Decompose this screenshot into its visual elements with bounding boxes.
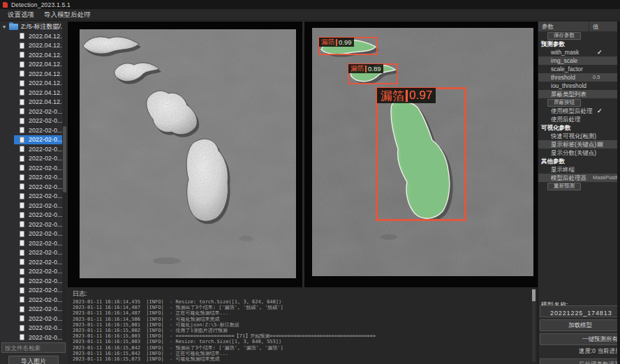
progress-status: 速度:0 当前进度 xyxy=(538,347,620,356)
file-icon xyxy=(20,306,24,312)
tree-item[interactable]: 2022.04.12... xyxy=(14,69,67,79)
tree-item[interactable]: 2022-02-0... xyxy=(14,286,67,296)
file-icon xyxy=(20,296,24,303)
filename-search-input[interactable] xyxy=(1,342,66,353)
param-label: 显示终端 xyxy=(551,165,575,174)
param-label: 使用后处理 xyxy=(551,115,581,123)
tree-item[interactable]: 2022-02-0... xyxy=(14,173,67,183)
tree-item[interactable]: 2022-02-0... xyxy=(14,229,67,239)
tree-item[interactable]: 2022-02-0... xyxy=(14,295,67,305)
model-name-field[interactable]: 20221225_174813 xyxy=(540,305,619,317)
import-images-button[interactable]: 导入图片 xyxy=(8,356,59,364)
tree-scrollbar[interactable] xyxy=(62,22,67,342)
tree-item[interactable]: 2022.04.12... xyxy=(14,41,67,51)
tree-item-label: 2022-02-0... xyxy=(29,117,63,124)
tree-item[interactable]: 2022.04.12... xyxy=(14,60,67,70)
tree-item[interactable]: 2022-02-0... xyxy=(14,144,67,154)
tree-item[interactable]: 2022-02-0... xyxy=(14,314,67,324)
image-panel-prediction[interactable]: 漏箔0.99漏箔0.89漏箔0.97 xyxy=(304,22,538,287)
predict-all-button[interactable]: 一键预测所有图片 xyxy=(540,333,619,345)
tree-item[interactable]: 2022-02-0... xyxy=(14,201,67,211)
tree-item[interactable]: 2022-02-0... xyxy=(14,192,67,202)
tree-item[interactable]: 2022-02-0... xyxy=(14,220,67,229)
tree-item[interactable]: 2022-02-0... xyxy=(14,276,67,286)
param-row[interactable]: 快速可视化(检测) xyxy=(538,132,620,140)
param-row[interactable]: 使用模型后处理✓ xyxy=(538,107,620,115)
tree-item[interactable]: 2022-02-0... xyxy=(14,135,67,145)
checkbox-unchecked[interactable] xyxy=(597,142,603,147)
file-icon xyxy=(20,259,24,265)
prediction-image: 漏箔0.99漏箔0.89漏箔0.97 xyxy=(312,28,533,276)
tree-item-label: 2022.04.12... xyxy=(29,89,66,96)
file-icon xyxy=(20,118,24,124)
tree-item-label: 2022-02-0... xyxy=(29,146,63,153)
param-row[interactable]: 屏蔽按钮 xyxy=(538,98,620,107)
tree-item[interactable]: 2022-02-0... xyxy=(14,182,67,192)
param-row[interactable]: 保存参数 xyxy=(538,31,620,40)
image-panel-original[interactable] xyxy=(68,22,302,287)
value-column-header: 值 xyxy=(589,22,620,31)
param-row[interactable]: 显示标签(关键点) xyxy=(538,140,620,149)
menubar: 设置选项 导入模型后处理 xyxy=(0,9,620,21)
tree-item-label: 2022-02-0... xyxy=(29,108,63,115)
tree-item[interactable]: 2022-02-0... xyxy=(14,238,67,248)
file-icon xyxy=(20,287,24,294)
checkbox-checked-icon[interactable]: ✓ xyxy=(597,48,603,56)
tree-item[interactable]: 2022-02-0... xyxy=(14,333,67,342)
detection-class-text: 漏箔 xyxy=(350,64,364,73)
param-action-button[interactable]: 屏蔽按钮 xyxy=(547,99,581,107)
tree-item[interactable]: 2022-02-0... xyxy=(14,267,67,277)
param-row[interactable]: with_mask✓ xyxy=(538,48,620,56)
tree-item[interactable]: 2022-02-0... xyxy=(14,211,67,220)
tree-item[interactable]: 2022.04.12... xyxy=(14,98,67,107)
tree-item[interactable]: 2022.04.12... xyxy=(14,88,67,98)
file-icon xyxy=(20,268,24,275)
param-row[interactable]: scale_factor xyxy=(538,65,620,73)
tree-item[interactable]: 2022-02-0... xyxy=(14,116,67,126)
param-row[interactable]: 显示分数(关键点) xyxy=(538,149,620,157)
param-row[interactable]: 重新预测 xyxy=(538,182,620,190)
tree-item[interactable]: 2022.04.12... xyxy=(14,79,67,89)
log-scrollbar[interactable] xyxy=(532,289,536,362)
tree-item-label: 2022-02-0... xyxy=(29,259,63,266)
param-row[interactable]: 显示终端 xyxy=(538,165,620,174)
param-row[interactable]: 模型后处理器MaskPostPro xyxy=(538,174,620,182)
param-row[interactable]: threshold0.5 xyxy=(538,73,620,82)
log-line: 2023-01-11 16:16:15,042 |INFO| - 预测出了3个结… xyxy=(73,345,526,351)
tree-root-label: Z:/5-标注数据/... xyxy=(21,22,66,31)
tree-item[interactable]: 2022-02-0... xyxy=(14,305,67,314)
param-row[interactable]: img_scale xyxy=(538,56,620,65)
file-icon xyxy=(20,89,24,96)
param-label: with_mask xyxy=(551,48,579,56)
tree-item[interactable]: 2022-02-0... xyxy=(14,154,67,164)
load-model-button[interactable]: 加载模型 xyxy=(540,319,619,331)
tree-item[interactable]: 2022.04.12... xyxy=(14,50,67,60)
tree-root-folder[interactable]: ▾ Z:/5-标注数据/... xyxy=(0,22,67,31)
expand-arrow-icon[interactable]: ▾ xyxy=(3,24,6,30)
detection-label: 漏箔0.97 xyxy=(377,88,436,103)
tree-item-label: 2022-02-0... xyxy=(29,174,63,181)
tree-item[interactable]: 2022-02-0... xyxy=(14,257,67,267)
params-scrollbar[interactable] xyxy=(617,22,620,364)
tree-item[interactable]: 2022.04.12... xyxy=(14,31,67,41)
tree-item[interactable]: 2022-02-0... xyxy=(14,324,67,333)
checkbox-checked-icon[interactable]: ✓ xyxy=(597,107,603,115)
log-line: 2023-01-11 16:16:15,003 |INFO| - =======… xyxy=(73,333,526,339)
param-row[interactable]: iou_threshold xyxy=(538,82,620,90)
param-row[interactable]: 屏蔽类型列表 xyxy=(538,90,620,98)
menu-import-model-postprocess[interactable]: 导入模型后处理 xyxy=(42,10,93,20)
param-action-button[interactable]: 保存参数 xyxy=(547,32,581,40)
tree-item-label: 2022-02-0... xyxy=(29,221,63,228)
postprocess-params-button[interactable]: 后处理参数设置 xyxy=(540,358,619,364)
tree-item-label: 2022.04.12... xyxy=(29,33,66,40)
tree-item[interactable]: 2022-02-0... xyxy=(14,126,67,135)
param-row[interactable]: 使用后处理 xyxy=(538,115,620,123)
tree-scrollbar-thumb[interactable] xyxy=(63,126,66,192)
menu-settings[interactable]: 设置选项 xyxy=(6,10,36,20)
tree-item[interactable]: 2022-02-0... xyxy=(14,107,67,116)
param-action-button[interactable]: 重新预测 xyxy=(547,183,581,190)
tree-item[interactable]: 2022-02-0... xyxy=(14,163,67,173)
file-icon xyxy=(20,202,24,208)
tree-item[interactable]: 2022-02-0... xyxy=(14,248,67,258)
log-scrollbar-thumb[interactable] xyxy=(532,289,536,301)
